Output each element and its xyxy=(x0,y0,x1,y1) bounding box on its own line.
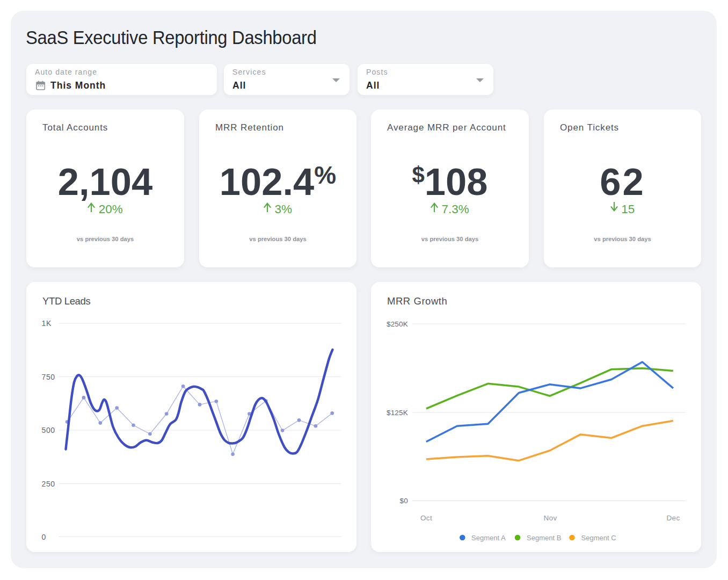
svg-text:750: 750 xyxy=(42,373,55,381)
svg-text:1K: 1K xyxy=(42,319,52,328)
svg-text:250: 250 xyxy=(42,480,55,488)
svg-text:$125K: $125K xyxy=(387,409,408,417)
svg-text:Dec: Dec xyxy=(667,514,680,522)
svg-text:$250K: $250K xyxy=(387,320,408,328)
svg-text:Segment C: Segment C xyxy=(581,534,616,542)
svg-text:Oct: Oct xyxy=(420,514,432,522)
svg-text:$0: $0 xyxy=(400,497,408,505)
svg-text:500: 500 xyxy=(42,426,55,434)
svg-text:Segment B: Segment B xyxy=(527,534,561,542)
svg-text:Nov: Nov xyxy=(544,514,557,522)
svg-text:0: 0 xyxy=(42,533,46,541)
svg-text:Segment A: Segment A xyxy=(471,534,506,542)
